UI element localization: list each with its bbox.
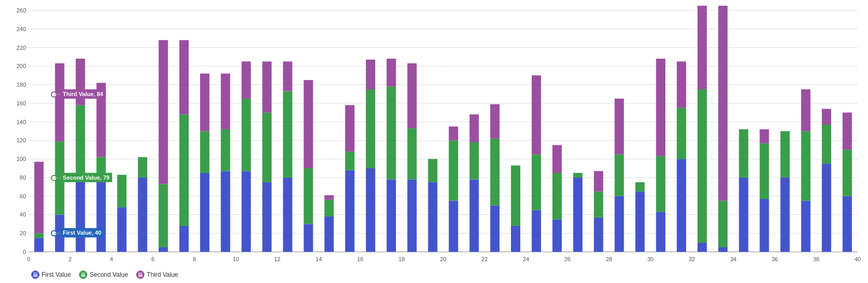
legend-item-second-value: Second Value <box>79 271 128 279</box>
chart-legend: First Value Second Value Third Value <box>31 271 178 279</box>
svg-rect-8 <box>138 272 142 274</box>
svg-rect-7 <box>138 274 142 275</box>
svg-rect-5 <box>81 272 85 274</box>
legend-item-third-value: Third Value <box>136 271 178 279</box>
legend-label: First Value <box>42 271 71 278</box>
svg-rect-3 <box>81 275 85 277</box>
svg-rect-0 <box>33 275 37 277</box>
legend-label: Second Value <box>89 271 128 278</box>
svg-rect-4 <box>81 274 85 275</box>
chart-container: First Value Second Value Third Value <box>0 0 868 283</box>
svg-rect-1 <box>33 274 37 275</box>
legend-item-first-value: First Value <box>31 271 71 279</box>
svg-rect-6 <box>138 275 142 277</box>
svg-rect-2 <box>33 272 37 274</box>
legend-label: Third Value <box>147 271 178 278</box>
chart-canvas <box>0 0 868 283</box>
